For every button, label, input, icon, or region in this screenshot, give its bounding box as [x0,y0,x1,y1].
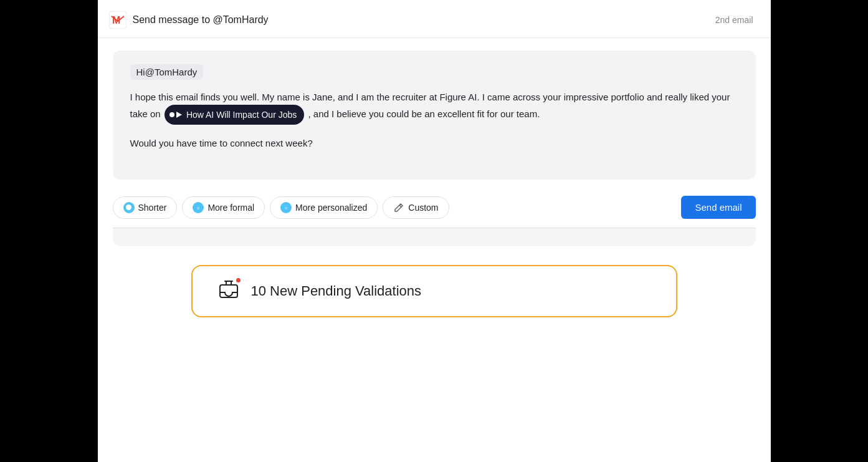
more-formal-button[interactable]: ☺ More formal [182,196,265,219]
greeting-badge: Hi@TomHardy [130,64,204,80]
inbox-icon-wrap [217,279,240,304]
pending-section: 10 New Pending Validations [98,246,771,330]
email-paragraph-1: I hope this email finds you well. My nam… [130,90,738,125]
shorter-icon: ☺ [123,202,135,213]
header-title: Send message to @TomHardy [133,14,269,26]
shorter-button[interactable]: ☺ Shorter [113,196,178,219]
send-email-button[interactable]: Send email [681,196,755,219]
more-personalized-button[interactable]: ☺ More personalized [270,196,378,219]
svg-text:☺: ☺ [284,206,288,210]
custom-label: Custom [408,203,438,213]
pending-text: 10 New Pending Validations [251,283,422,299]
header-left: M Send message to @TomHardy [109,11,269,29]
more-personalized-icon: ☺ [280,202,292,213]
svg-text:☺: ☺ [126,205,131,211]
email-paragraph-2: Would you have time to connect next week… [130,136,738,151]
action-bar: ☺ Shorter ☺ More formal ☺ More persona [98,190,771,228]
email-badge: 2nd email [715,15,753,25]
email-footer [113,228,756,246]
email-content: Hi@TomHardy I hope this email finds you … [113,51,756,180]
notification-dot [235,277,242,284]
paragraph1-after: , and I believe you could be an excellen… [308,108,540,119]
custom-button[interactable]: Custom [383,196,449,219]
video-pill-icon [169,112,182,118]
more-personalized-label: More personalized [295,203,367,213]
video-dot [169,112,174,117]
svg-text:☺: ☺ [196,206,200,210]
video-title: How AI Will Impact Our Jobs [186,108,297,122]
svg-text:M: M [112,15,120,26]
email-header: M Send message to @TomHardy 2nd email [98,0,771,38]
pending-card[interactable]: 10 New Pending Validations [191,265,677,317]
shorter-label: Shorter [138,203,167,213]
more-formal-icon: ☺ [193,202,204,213]
gmail-icon: M [109,11,126,29]
custom-icon [393,202,404,213]
video-play-icon [176,112,182,118]
more-formal-label: More formal [207,203,254,213]
video-pill[interactable]: How AI Will Impact Our Jobs [165,105,304,125]
